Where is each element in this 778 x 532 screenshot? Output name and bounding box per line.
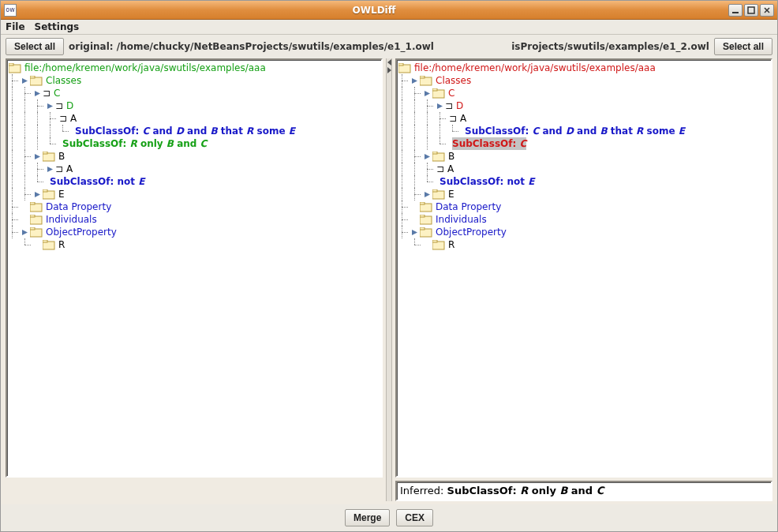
svg-marker-29 bbox=[412, 78, 417, 84]
window-controls bbox=[728, 4, 774, 17]
class-a-node[interactable]: ⊐ A bbox=[398, 163, 769, 175]
left-pane: file:/home/kremen/work/java/swutils/exam… bbox=[6, 58, 383, 501]
select-all-left-button[interactable]: Select all bbox=[6, 38, 64, 55]
menu-settings[interactable]: Settings bbox=[35, 21, 80, 32]
tree-root[interactable]: file:/home/kremen/work/java/swutils/exam… bbox=[9, 62, 380, 74]
axiom-row[interactable]: SubClassOf: not E bbox=[398, 175, 769, 188]
folder-icon bbox=[420, 76, 432, 86]
svg-rect-17 bbox=[43, 189, 47, 192]
svg-rect-43 bbox=[420, 202, 425, 204]
folder-icon bbox=[30, 227, 43, 238]
svg-rect-41 bbox=[432, 189, 437, 192]
svg-marker-35 bbox=[437, 103, 443, 109]
collapse-right-icon[interactable] bbox=[387, 67, 391, 73]
select-all-right-button[interactable]: Select all bbox=[714, 38, 772, 55]
class-a-node[interactable]: ⊐ A bbox=[9, 112, 380, 125]
class-c-node[interactable]: ⊐ C bbox=[9, 87, 380, 99]
class-e-node[interactable]: E bbox=[9, 188, 380, 200]
axiom-row[interactable]: SubClassOf: C and D and B that R some E bbox=[398, 125, 769, 137]
class-b-node[interactable]: B bbox=[9, 150, 380, 163]
folder-icon bbox=[420, 215, 432, 225]
class-c-node[interactable]: C bbox=[398, 87, 769, 99]
merge-button[interactable]: Merge bbox=[345, 509, 390, 526]
toggle-icon[interactable] bbox=[34, 153, 41, 160]
svg-rect-26 bbox=[43, 240, 47, 242]
class-b-node[interactable]: B bbox=[398, 150, 769, 163]
class-e-node[interactable]: E bbox=[398, 188, 769, 200]
object-property-r-node[interactable]: R bbox=[9, 238, 380, 251]
split-divider[interactable] bbox=[386, 58, 392, 501]
inferred-panel: Inferred: SubClassOf: R only B and C bbox=[395, 481, 772, 501]
folder-icon bbox=[43, 152, 55, 162]
class-d-node[interactable]: ⊐ D bbox=[398, 99, 769, 112]
bottom-bar: Merge CEX bbox=[1, 504, 777, 531]
folder-icon bbox=[43, 189, 55, 200]
toggle-icon[interactable] bbox=[424, 153, 431, 160]
object-property-node[interactable]: ObjectProperty bbox=[398, 226, 769, 238]
menu-file[interactable]: File bbox=[6, 21, 25, 32]
original-path-right: isProjects/swutils/examples/e1_2.owl bbox=[511, 41, 709, 52]
object-property-node[interactable]: ObjectProperty bbox=[9, 226, 380, 238]
classes-node[interactable]: Classes bbox=[9, 74, 380, 87]
class-a-node[interactable]: ⊐ A bbox=[398, 112, 769, 125]
collapse-left-icon[interactable] bbox=[387, 59, 391, 66]
toggle-icon[interactable] bbox=[47, 103, 54, 110]
toggle-icon[interactable] bbox=[34, 191, 41, 198]
left-tree[interactable]: file:/home/kremen/work/java/swutils/exam… bbox=[6, 58, 383, 478]
maximize-button[interactable] bbox=[744, 4, 758, 17]
folder-icon bbox=[9, 63, 21, 73]
class-icon: ⊐ bbox=[43, 87, 50, 99]
close-button[interactable] bbox=[760, 4, 774, 17]
data-property-node[interactable]: Data Property bbox=[398, 200, 769, 213]
axiom-text: SubClassOf: C and D and B that R some E bbox=[75, 125, 295, 137]
split-container: file:/home/kremen/work/java/swutils/exam… bbox=[1, 58, 777, 504]
folder-icon bbox=[432, 88, 445, 99]
app-icon: ow bbox=[4, 4, 17, 17]
cex-button[interactable]: CEX bbox=[396, 509, 433, 526]
folder-icon bbox=[30, 76, 43, 86]
toggle-icon[interactable] bbox=[424, 90, 431, 97]
axiom-text: SubClassOf: not E bbox=[439, 175, 534, 188]
svg-marker-14 bbox=[47, 167, 53, 172]
class-a-node[interactable]: ⊐ A bbox=[9, 163, 380, 175]
axiom-text: SubClassOf: C bbox=[452, 137, 526, 150]
toggle-icon[interactable] bbox=[411, 77, 418, 84]
class-icon: ⊐ bbox=[55, 99, 63, 112]
object-property-r-node[interactable]: R bbox=[398, 238, 769, 251]
svg-rect-0 bbox=[732, 12, 739, 13]
toggle-icon[interactable] bbox=[34, 90, 41, 97]
classes-node[interactable]: Classes bbox=[398, 74, 769, 87]
right-pane: file:/home/kremen/work/java/swutils/exam… bbox=[395, 58, 772, 501]
svg-rect-34 bbox=[432, 88, 437, 91]
right-tree[interactable]: file:/home/kremen/work/java/swutils/exam… bbox=[395, 58, 772, 478]
class-d-node[interactable]: ⊐ D bbox=[9, 99, 380, 112]
svg-rect-50 bbox=[432, 240, 437, 242]
individuals-node[interactable]: Individuals bbox=[9, 213, 380, 226]
toggle-icon[interactable] bbox=[436, 103, 443, 110]
toggle-icon[interactable] bbox=[47, 166, 54, 173]
axiom-row[interactable]: SubClassOf: not E bbox=[9, 175, 380, 188]
data-property-node[interactable]: Data Property bbox=[9, 200, 380, 213]
svg-rect-13 bbox=[43, 152, 47, 154]
svg-marker-10 bbox=[47, 103, 53, 109]
tree-root[interactable]: file:/home/kremen/work/java/swutils/exam… bbox=[398, 62, 769, 74]
window-title: OWLDiff bbox=[20, 5, 728, 16]
folder-icon bbox=[43, 240, 55, 250]
menubar: File Settings bbox=[1, 20, 777, 35]
class-icon: ⊐ bbox=[59, 112, 67, 125]
folder-icon bbox=[30, 215, 43, 225]
toggle-icon[interactable] bbox=[21, 229, 28, 236]
axiom-row-selected[interactable]: SubClassOf: C bbox=[398, 137, 769, 150]
minimize-button[interactable] bbox=[728, 4, 742, 17]
toggle-icon[interactable] bbox=[411, 229, 418, 236]
svg-marker-32 bbox=[425, 91, 430, 96]
toolbar: Select all original: /home/chucky/NetBea… bbox=[1, 35, 777, 58]
toggle-icon[interactable] bbox=[424, 191, 431, 198]
axiom-text: SubClassOf: R only B and C bbox=[62, 137, 207, 150]
toggle-icon[interactable] bbox=[21, 77, 28, 84]
folder-icon bbox=[398, 63, 411, 73]
individuals-node[interactable]: Individuals bbox=[398, 213, 769, 226]
axiom-row[interactable]: SubClassOf: R only B and C bbox=[9, 137, 380, 150]
folder-icon bbox=[30, 202, 43, 212]
axiom-row[interactable]: SubClassOf: C and D and B that R some E bbox=[9, 125, 380, 137]
